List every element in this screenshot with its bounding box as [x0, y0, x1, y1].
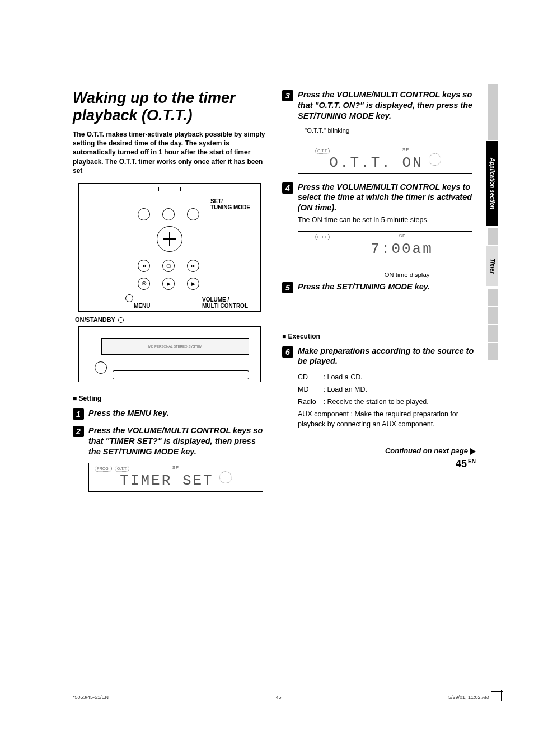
side-tab-timer: Timer [486, 246, 498, 286]
skip-back-icon: ⏮ [138, 260, 150, 272]
source-md: MD : Load an MD. [298, 384, 476, 395]
display-text: O.T.T. ON [329, 154, 423, 171]
step-5: 5 Press the SET/TUNING MODE key. [282, 281, 476, 293]
side-tab-placeholder [488, 228, 498, 245]
step-4-text: Press the VOLUME/MULTI CONTROL keys to s… [298, 182, 476, 226]
page-footer: *5053/45-51/EN 45 5/29/01, 11:02 AM [73, 694, 489, 700]
step-4: 4 Press the VOLUME/MULTI CONTROL keys to… [282, 182, 476, 226]
leader-line [399, 265, 476, 270]
label-menu: MENU [134, 303, 150, 309]
source-aux: AUX component : Make the required prepar… [298, 409, 476, 430]
display-timer-set: PROG. O.T.T. SP TIMER SET [88, 463, 263, 492]
display-ott-on: O.T.T. SP O.T.T. ON [298, 145, 472, 174]
label-on-standby: ON/STANDBY [75, 316, 266, 323]
source-list: CD : Load a CD. MD : Load an MD. Radio :… [298, 372, 476, 430]
device-illustration-bottom: MD PERSONAL STEREO SYSTEM [78, 326, 261, 382]
sun-icon [429, 153, 441, 166]
stop-icon: ▢ [162, 260, 175, 272]
device-illustration-top: SET/ TUNING MODE ⏮ ▢ ⏭ ⦿ ▶ ▶ MENU VOLUME [78, 183, 261, 312]
crop-mark-bottom-right [486, 691, 502, 707]
device-control-panel: ⏮ ▢ ⏭ ⦿ ▶ ▶ [122, 206, 217, 295]
step-5-text: Press the SET/TUNING MODE key. [298, 281, 476, 292]
side-tab-placeholder-stack [488, 289, 498, 361]
step-2-text: Press the VOLUME/MULTI CONTROL keys so t… [88, 425, 266, 457]
page-title: Waking up to the timer playback (O.T.T.) [73, 90, 266, 124]
sp-indicator: SP [172, 465, 180, 470]
step-2: 2 Press the VOLUME/MULTI CONTROL keys so… [73, 425, 266, 457]
device-display-icon: MD PERSONAL STEREO SYSTEM [101, 338, 249, 355]
continued-note: Continued on next page [282, 447, 476, 455]
footer-right: 5/29/01, 11:02 AM [448, 694, 489, 700]
on-time-caption: ON time display [338, 271, 476, 278]
prog-badge: PROG. [95, 466, 112, 472]
footer-left: *5053/45-51/EN [73, 694, 109, 700]
device-slot-icon [113, 370, 249, 379]
display-on-time: O.T.T. SP 7:00am [298, 231, 472, 260]
skip-fwd-icon: ⏭ [187, 260, 199, 272]
power-icon [118, 317, 124, 323]
sp-indicator: SP [399, 233, 406, 238]
step-6-text: Make preparations according to the sourc… [298, 346, 476, 367]
side-tab-application: Application section [486, 141, 498, 226]
step-number-badge: 4 [282, 182, 293, 194]
step-number-badge: 2 [73, 426, 84, 437]
page-number: 45EN [282, 458, 476, 470]
execution-heading: ■ Execution [282, 332, 476, 340]
left-column: Waking up to the timer playback (O.T.T.)… [73, 90, 266, 496]
leader-line [316, 135, 476, 140]
sun-icon [219, 471, 232, 483]
source-radio: Radio : Receive the station to be played… [298, 397, 476, 407]
intro-paragraph: The O.T.T. makes timer-activate playback… [73, 130, 266, 175]
knob-icon [162, 208, 175, 220]
step-3-text: Press the VOLUME/MULTI CONTROL keys so t… [298, 90, 476, 121]
sp-indicator: SP [402, 147, 410, 152]
step-1: 1 Press the MENU key. [73, 408, 266, 420]
ott-badge: O.T.T. [315, 148, 330, 154]
side-tab-placeholder [488, 84, 498, 140]
tuner-icon: ⦿ [138, 278, 150, 290]
side-tabs: Application section Timer [486, 84, 498, 361]
label-volume-multi: VOLUME / MULTI CONTROL [202, 297, 248, 309]
knob-icon [138, 208, 150, 220]
step-6: 6 Make preparations according to the sou… [282, 346, 476, 367]
knob-icon [95, 361, 107, 374]
step-number-badge: 3 [282, 90, 293, 101]
right-column: 3 Press the VOLUME/MULTI CONTROL keys so… [282, 90, 476, 496]
step-number-badge: 5 [282, 282, 293, 293]
footer-center: 45 [275, 694, 281, 700]
standby-button-icon [125, 294, 133, 302]
device-speaker-grille [158, 187, 181, 191]
play-icon: ▶ [162, 278, 175, 290]
display-text: 7:00am [371, 241, 433, 257]
ott-badge: O.T.T. [115, 466, 129, 472]
knob-icon [187, 208, 199, 220]
display-text: TIMER SET [120, 472, 213, 489]
step-number-badge: 1 [73, 408, 84, 420]
step-number-badge: 6 [282, 346, 293, 358]
step-1-text: Press the MENU key. [88, 408, 266, 419]
dpad-icon [157, 226, 182, 252]
arrow-right-icon [470, 448, 476, 455]
setting-heading: ■ Setting [73, 395, 266, 402]
md-icon: ▶ [187, 278, 199, 290]
step-3: 3 Press the VOLUME/MULTI CONTROL keys so… [282, 90, 476, 121]
source-cd: CD : Load a CD. [298, 372, 476, 383]
leader-line [181, 204, 209, 204]
ott-blinking-note: "O.T.T." blinking [305, 127, 476, 134]
ott-badge: O.T.T. [315, 234, 330, 240]
page-content: Waking up to the timer playback (O.T.T.)… [73, 90, 476, 496]
step-4-subtext: The ON time can be set in 5-minute steps… [298, 215, 476, 226]
